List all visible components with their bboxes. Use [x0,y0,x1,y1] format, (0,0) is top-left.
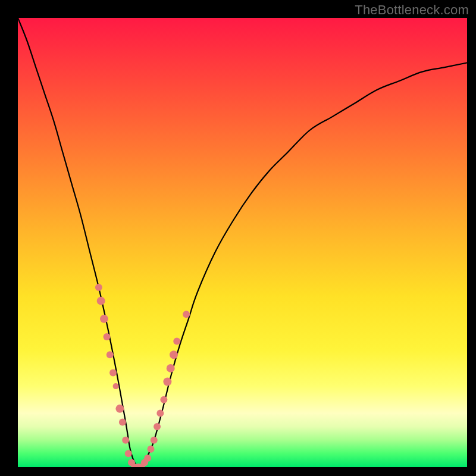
scatter-point [125,450,132,457]
scatter-point [107,351,114,358]
scatter-point [113,383,119,389]
plot-area [18,18,467,467]
scatter-point [163,378,171,386]
chart-frame: TheBottleneck.com [0,0,476,476]
watermark-text: TheBottleneck.com [355,2,469,18]
bottleneck-curve-path [18,18,467,467]
scatter-point [115,405,124,413]
scatter-point [109,369,117,376]
scatter-point [170,350,178,359]
scatter-point [100,315,108,323]
chart-svg [18,18,467,467]
scatter-point [156,409,164,416]
scatter-group [95,284,190,467]
scatter-point [173,338,180,345]
scatter-point [95,284,102,291]
scatter-point [154,423,161,430]
scatter-point [122,437,129,444]
scatter-point [147,446,154,453]
scatter-point [119,419,126,426]
scatter-point [167,364,175,372]
scatter-point [103,333,110,340]
scatter-point [97,297,105,305]
scatter-point [151,437,158,444]
scatter-point [160,396,167,403]
scatter-point [183,311,190,318]
scatter-point [144,455,151,462]
